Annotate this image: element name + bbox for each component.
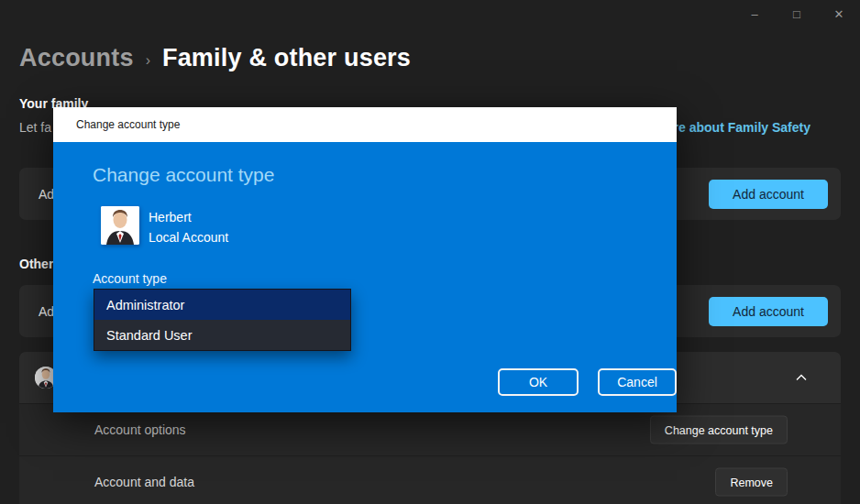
dialog-user-name: Herbert bbox=[149, 210, 192, 225]
breadcrumb: Accounts › Family & other users bbox=[19, 44, 411, 72]
breadcrumb-separator-icon: › bbox=[146, 48, 150, 69]
account-and-data-row: Account and data Remove bbox=[19, 455, 841, 504]
account-and-data-label: Account and data bbox=[94, 475, 194, 489]
ok-button[interactable]: OK bbox=[498, 368, 579, 396]
person-avatar-icon bbox=[101, 206, 139, 245]
remove-button[interactable]: Remove bbox=[715, 468, 788, 497]
dialog-titlebar-title: Change account type bbox=[76, 118, 180, 131]
page-title: Family & other users bbox=[162, 44, 411, 72]
minimize-button[interactable]: – bbox=[733, 0, 776, 27]
dialog-user-account-type: Local Account bbox=[149, 230, 228, 245]
account-options-label: Account options bbox=[94, 422, 186, 437]
change-account-type-dialog: Change account type Change account type … bbox=[53, 107, 677, 412]
chevron-up-icon[interactable] bbox=[795, 374, 808, 382]
close-button[interactable]: ✕ bbox=[818, 0, 860, 27]
dialog-body: Change account type Herbert Local Accoun… bbox=[53, 142, 677, 412]
other-users-heading: Other bbox=[19, 257, 53, 271]
cancel-button[interactable]: Cancel bbox=[598, 368, 677, 396]
account-type-dropdown[interactable]: Administrator Standard User bbox=[94, 289, 351, 351]
account-type-label: Account type bbox=[93, 271, 167, 286]
maximize-button[interactable]: □ bbox=[776, 0, 818, 27]
settings-window: – □ ✕ Accounts › Family & other users Yo… bbox=[0, 0, 860, 504]
dropdown-option-administrator[interactable]: Administrator bbox=[94, 290, 350, 320]
family-description-text: Let fa bbox=[19, 120, 51, 135]
dialog-titlebar[interactable]: Change account type bbox=[53, 107, 677, 142]
add-account-button-other[interactable]: Add account bbox=[709, 297, 828, 326]
dialog-user-avatar bbox=[101, 206, 139, 245]
add-account-button-family[interactable]: Add account bbox=[709, 180, 828, 209]
dropdown-option-standard-user[interactable]: Standard User bbox=[94, 320, 350, 350]
dialog-heading: Change account type bbox=[93, 164, 274, 186]
family-safety-link[interactable]: re about Family Safety bbox=[674, 120, 810, 135]
change-account-type-button[interactable]: Change account type bbox=[650, 416, 788, 444]
window-controls: – □ ✕ bbox=[733, 0, 860, 27]
breadcrumb-accounts[interactable]: Accounts bbox=[19, 44, 134, 72]
